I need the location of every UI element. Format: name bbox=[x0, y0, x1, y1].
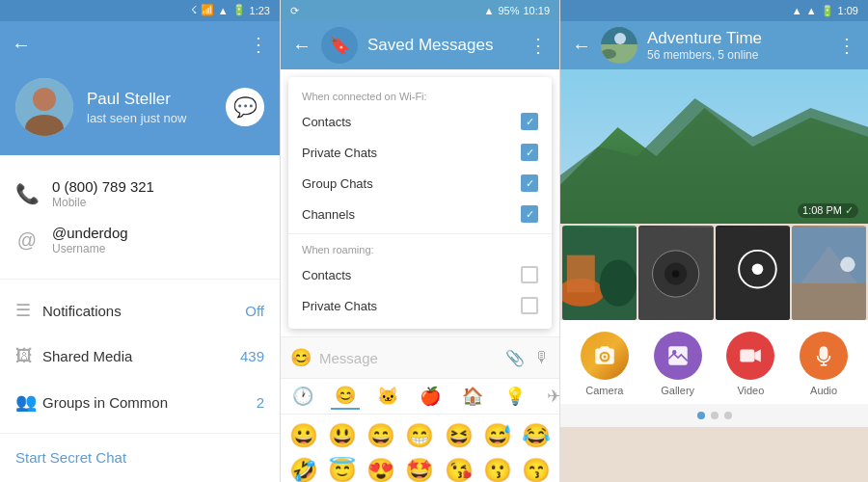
emoji-item[interactable]: 🤣 bbox=[286, 455, 321, 482]
food-tab[interactable]: 🍎 bbox=[416, 384, 445, 409]
send-message-button[interactable]: 💬 bbox=[226, 88, 264, 126]
statusbar-panel3: ▲ ▲ 🔋 1:09 bbox=[560, 0, 868, 21]
svg-rect-30 bbox=[741, 350, 755, 362]
more-options-button2[interactable]: ⋮ bbox=[529, 34, 548, 57]
emoji-item[interactable]: 😀 bbox=[286, 420, 321, 451]
statusbar-panel1: ☇ 📶 ▲ 🔋 1:23 bbox=[0, 0, 280, 21]
emoji-item[interactable]: 😄 bbox=[364, 420, 398, 451]
settings-section: ☰ Notifications Off 🖼 Shared Media 439 👥… bbox=[0, 280, 280, 434]
places-tab[interactable]: 🏠 bbox=[458, 384, 487, 409]
back-button3[interactable]: ← bbox=[572, 35, 591, 57]
battery-percent: 95% bbox=[498, 5, 519, 16]
time-display3: 1:09 bbox=[838, 5, 858, 16]
panel-adventure-time: ▲ ▲ 🔋 1:09 ← Adventure Time 56 members, … bbox=[559, 0, 868, 482]
emoji-item[interactable]: 😇 bbox=[325, 455, 360, 482]
group-chats-wifi-checkbox[interactable]: ✓ bbox=[521, 174, 538, 192]
svg-point-14 bbox=[600, 260, 637, 307]
dot-2 bbox=[711, 412, 719, 419]
emoji-item[interactable]: 😅 bbox=[480, 420, 515, 451]
profile-info: Paul Steller last seen just now bbox=[87, 90, 212, 125]
time-display2: 10:19 bbox=[523, 5, 550, 16]
thumbnail-3[interactable] bbox=[716, 226, 790, 320]
emoji-item[interactable]: 😆 bbox=[442, 420, 476, 451]
saved-messages-icon: 🔖 bbox=[321, 27, 358, 64]
emoji-item[interactable]: 🤩 bbox=[402, 455, 437, 482]
channels-wifi-item[interactable]: Channels ✓ bbox=[288, 199, 552, 229]
profile-section: Paul Steller last seen just now 💬 bbox=[0, 68, 280, 155]
emoji-item[interactable]: 😁 bbox=[402, 420, 437, 451]
svg-point-18 bbox=[672, 270, 680, 278]
dot-3 bbox=[724, 412, 732, 419]
svg-point-21 bbox=[751, 263, 763, 275]
camera-button[interactable]: Camera bbox=[581, 332, 629, 396]
emoji-item[interactable]: 😂 bbox=[519, 420, 554, 451]
video-label: Video bbox=[737, 385, 764, 396]
recent-tab[interactable]: 🕐 bbox=[288, 384, 317, 409]
shared-media-label: Shared Media bbox=[42, 348, 240, 364]
saved-messages-title: Saved Messages bbox=[367, 36, 519, 55]
sync-icon: ⟳ bbox=[290, 5, 299, 17]
mic-button[interactable]: 🎙 bbox=[534, 349, 550, 367]
dot-1 bbox=[697, 412, 705, 419]
animals-tab[interactable]: 🐱 bbox=[373, 384, 402, 409]
thumbnail-2[interactable] bbox=[638, 226, 713, 320]
emoji-button[interactable]: 😊 bbox=[290, 347, 312, 368]
more-options-button3[interactable]: ⋮ bbox=[837, 34, 856, 57]
video-button[interactable]: Video bbox=[726, 332, 774, 396]
notifications-row[interactable]: ☰ Notifications Off bbox=[0, 287, 280, 334]
phone-icon: 📞 bbox=[15, 182, 39, 205]
message-icon: 💬 bbox=[233, 95, 258, 119]
panel-contact-profile: ☇ 📶 ▲ 🔋 1:23 ← ⋮ Paul Steller last seen … bbox=[0, 0, 280, 482]
private-chats-roaming-item[interactable]: Private Chats bbox=[288, 290, 552, 321]
username-icon: @ bbox=[15, 229, 39, 252]
channels-wifi-checkbox[interactable]: ✓ bbox=[521, 205, 538, 223]
smiley-tab[interactable]: 😊 bbox=[331, 383, 360, 410]
private-chats-wifi-checkbox[interactable]: ✓ bbox=[521, 144, 538, 161]
message-input[interactable]: Message bbox=[319, 350, 498, 366]
wifi-icon: 📶 bbox=[201, 4, 214, 16]
more-options-button[interactable]: ⋮ bbox=[249, 33, 268, 56]
thumbnail-4[interactable] bbox=[792, 226, 866, 320]
notifications-value: Off bbox=[245, 303, 264, 319]
profile-status: last seen just now bbox=[87, 111, 212, 125]
profile-name: Paul Steller bbox=[87, 90, 212, 109]
gallery-label: Gallery bbox=[661, 385, 694, 396]
notifications-label: Notifications bbox=[42, 303, 245, 319]
objects-tab[interactable]: 💡 bbox=[501, 384, 529, 409]
back-button2[interactable]: ← bbox=[292, 35, 312, 57]
chat-image: 1:08 PM✓ bbox=[560, 69, 868, 224]
private-chats-wifi-item[interactable]: Private Chats ✓ bbox=[288, 137, 552, 168]
contacts-wifi-item[interactable]: Contacts ✓ bbox=[288, 106, 552, 137]
username-row: @ @underdog Username bbox=[15, 217, 264, 263]
emoji-item[interactable]: 😃 bbox=[325, 420, 360, 451]
roaming-section-title: When roaming: bbox=[288, 238, 552, 259]
private-chats-roaming-checkbox[interactable] bbox=[521, 297, 538, 314]
start-secret-chat-button[interactable]: Start Secret Chat bbox=[0, 434, 280, 482]
adventure-time-header: ← Adventure Time 56 members, 5 online ⋮ bbox=[560, 21, 868, 69]
battery-icon: 🔋 bbox=[232, 4, 246, 16]
gallery-button[interactable]: Gallery bbox=[654, 332, 702, 396]
shared-media-row[interactable]: 🖼 Shared Media 439 bbox=[0, 334, 280, 379]
wifi-icon2: ▲ bbox=[484, 5, 495, 16]
wifi-icon3: ▲ bbox=[792, 5, 802, 16]
attach-button[interactable]: 📎 bbox=[505, 349, 525, 367]
emoji-item[interactable]: 😙 bbox=[519, 455, 554, 482]
audio-button[interactable]: Audio bbox=[800, 332, 848, 396]
contacts-roaming-item[interactable]: Contacts bbox=[288, 259, 552, 290]
signal-icon: ▲ bbox=[218, 5, 229, 16]
contact-header: ← ⋮ bbox=[0, 21, 280, 68]
camera-label: Camera bbox=[585, 385, 623, 396]
emoji-grid: 😀 😃 😄 😁 😆 😅 😂 🤣 😇 😍 🤩 😘 😗 😙 😚 😋 😛 😝 😜 🤪 … bbox=[281, 415, 559, 482]
thumbnail-1[interactable] bbox=[562, 226, 637, 320]
emoji-item[interactable]: 😗 bbox=[480, 455, 515, 482]
group-chats-wifi-item[interactable]: Group Chats ✓ bbox=[288, 168, 552, 199]
emoji-item[interactable]: 😘 bbox=[442, 455, 476, 482]
emoji-item[interactable]: 😍 bbox=[364, 455, 398, 482]
phone-row: 📞 0 (800) 789 321 Mobile bbox=[15, 171, 264, 217]
back-button[interactable]: ← bbox=[12, 34, 31, 56]
contact-info-section: 📞 0 (800) 789 321 Mobile @ @underdog Use… bbox=[0, 155, 280, 280]
contacts-wifi-checkbox[interactable]: ✓ bbox=[521, 113, 538, 130]
panel-saved-messages: ⟳ ▲ 95% 10:19 ← 🔖 Saved Messages ⋮ When … bbox=[280, 0, 559, 482]
groups-in-common-row[interactable]: 👥 Groups in Common 2 bbox=[0, 379, 280, 425]
contacts-roaming-checkbox[interactable] bbox=[521, 266, 538, 283]
